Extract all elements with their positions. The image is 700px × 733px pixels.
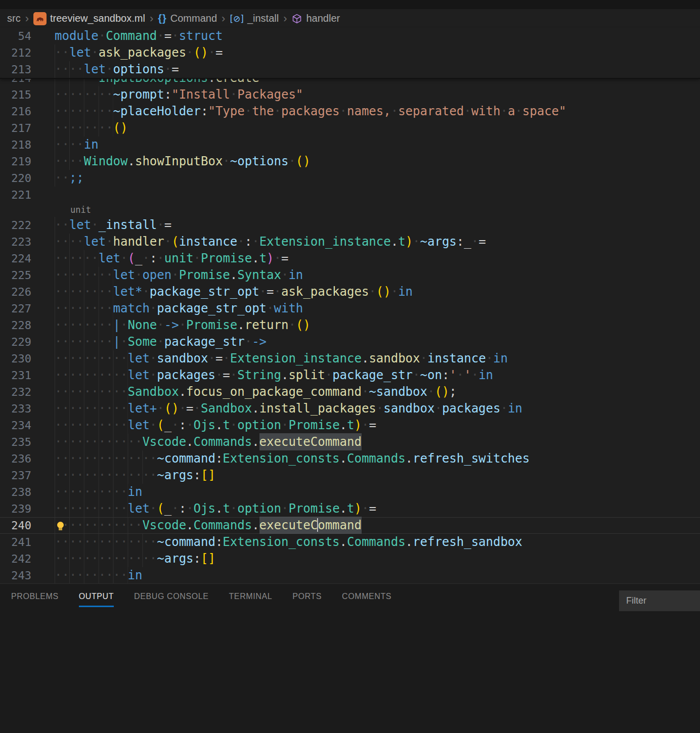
panel-tab-output[interactable]: OUTPUT xyxy=(79,592,114,607)
token: Vscode xyxy=(142,435,186,449)
code-line-243[interactable]: 243··········in xyxy=(0,567,700,583)
code-line-229[interactable]: 229········|·Some·package_str·-> xyxy=(0,334,700,350)
chevron-right-icon: › xyxy=(283,13,287,24)
code-line-238[interactable]: 238··········in xyxy=(0,484,700,500)
panel-tab-comments[interactable]: COMMENTS xyxy=(342,592,391,606)
line-number: 218 xyxy=(0,136,31,153)
token: executeCommand xyxy=(259,433,362,450)
token: option· xyxy=(237,418,288,432)
token: ·= xyxy=(362,501,376,516)
token: ->· xyxy=(164,318,186,332)
bottom-panel: PROBLEMSOUTPUTDEBUG CONSOLETERMINALPORTS… xyxy=(0,583,700,733)
code-line-228[interactable]: 228········|·None·->·Promise.return·() xyxy=(0,317,700,334)
breadcrumb-item--install[interactable]: [⊘]_install xyxy=(230,13,279,24)
token: let· xyxy=(84,62,113,76)
token: :_·= xyxy=(457,235,486,249)
cube-symbol-icon xyxy=(291,13,302,24)
code-line-220[interactable]: 220··;; xyxy=(0,170,700,187)
indent-guides: ······ xyxy=(55,250,99,267)
code-line-232[interactable]: 232··········Sandbox.focus_on_package_co… xyxy=(0,384,700,400)
line-content: ······let·(_·:·unit·Promise.t)·= xyxy=(55,250,288,267)
line-number: 223 xyxy=(0,234,31,250)
line-number: 219 xyxy=(0,153,31,170)
token: unit· xyxy=(164,251,201,265)
code-line-221[interactable]: 221 xyxy=(0,187,700,203)
token: . xyxy=(391,235,398,249)
code-line-236[interactable]: 236··············~command:Extension_cons… xyxy=(0,450,700,467)
token: : xyxy=(201,104,208,118)
code-line-230[interactable]: 230··········let·sandbox·=·Extension_ins… xyxy=(0,350,700,367)
panel-tab-problems[interactable]: PROBLEMS xyxy=(11,592,59,606)
code-line-212[interactable]: 212··let·ask_packages·()·= xyxy=(0,44,700,61)
line-content: ··········let·(_·:·Ojs.t·option·Promise.… xyxy=(55,417,376,434)
token: in xyxy=(493,351,508,365)
token: return· xyxy=(245,318,296,332)
indent-guides: ·············· xyxy=(55,551,157,567)
token: let· xyxy=(128,501,157,516)
code-line-216[interactable]: 216········~placeHolder:"Type·the·packag… xyxy=(0,103,700,120)
code-line-214[interactable]: 214······InputBoxOptions.create xyxy=(0,79,700,86)
sticky-scroll[interactable]: 54module·Command·=·struct212··let·ask_pa… xyxy=(0,28,700,79)
indent-guides: ······ xyxy=(55,79,99,86)
line-content: ············Vscode.Commands.executeComma… xyxy=(55,434,362,450)
lightbulb-icon[interactable] xyxy=(57,522,64,528)
token: ( xyxy=(128,251,135,265)
tabbar-edge xyxy=(0,0,700,9)
code-area[interactable]: 214······InputBoxOptions.create215······… xyxy=(0,79,700,583)
code-line-226[interactable]: 226········let*·package_str_opt·=·ask_pa… xyxy=(0,284,700,300)
breadcrumb-item-src[interactable]: src xyxy=(7,13,21,24)
indent-guides: ·············· xyxy=(55,450,157,467)
token: : xyxy=(442,368,449,382)
token: ·=· xyxy=(215,368,237,382)
token: Ojs xyxy=(194,418,215,432)
indent-guides: ·········· xyxy=(55,484,128,500)
token: . xyxy=(252,435,259,449)
code-line-215[interactable]: 215········~prompt:"Install·Packages" xyxy=(0,86,700,103)
indent-guides: ············ xyxy=(55,518,142,533)
code-line-54[interactable]: 54module·Command·=·struct xyxy=(0,28,700,44)
code-line-223[interactable]: 223····let·handler·(instance·:·Extension… xyxy=(0,234,700,250)
code-line-213[interactable]: 213····let·options·= xyxy=(0,61,700,78)
panel-tab-debug-console[interactable]: DEBUG CONSOLE xyxy=(134,592,208,606)
code-line-235[interactable]: 235············Vscode.Commands.executeCo… xyxy=(0,434,700,450)
line-content: ····let·handler·(instance·:·Extension_in… xyxy=(55,234,486,250)
token: String xyxy=(237,368,281,382)
editor[interactable]: 214······InputBoxOptions.create215······… xyxy=(0,79,700,583)
filter-input[interactable] xyxy=(619,590,700,611)
breadcrumb-item-treeview-sandbox-ml[interactable]: treeview_sandbox.ml xyxy=(33,12,145,25)
code-line-237[interactable]: 237··············~args:[] xyxy=(0,467,700,484)
code-line-219[interactable]: 219····Window.showInputBox·~options·() xyxy=(0,153,700,170)
code-line-233[interactable]: 233··········let+·()·=·Sandbox.install_p… xyxy=(0,400,700,417)
token: let· xyxy=(128,418,157,432)
code-line-227[interactable]: 227········match·package_str_opt·with xyxy=(0,300,700,317)
line-content: ··············~args:[] xyxy=(55,551,215,567)
code-line-239[interactable]: 239··········let·(_·:·Ojs.t·option·Promi… xyxy=(0,500,700,517)
token: () xyxy=(164,401,179,416)
token: let· xyxy=(128,368,157,382)
token: . xyxy=(128,154,135,168)
indent-guides: ·············· xyxy=(55,467,157,484)
breadcrumb-item-handler[interactable]: handler xyxy=(291,13,340,24)
code-line-242[interactable]: 242··············~args:[] xyxy=(0,551,700,567)
breadcrumb-item-command[interactable]: {}Command xyxy=(158,13,217,24)
code-line-224[interactable]: 224······let·(_·:·unit·Promise.t)·= xyxy=(0,250,700,267)
code-line-222[interactable]: 222··let·_install·= xyxy=(0,217,700,234)
code-line-217[interactable]: 217········() xyxy=(0,120,700,136)
line-number: 237 xyxy=(0,467,31,484)
code-line-218[interactable]: 218····in xyxy=(0,136,700,153)
code-line-231[interactable]: 231··········let·packages·=·String.split… xyxy=(0,367,700,384)
line-number: 242 xyxy=(0,551,31,567)
token: refresh_sandbox xyxy=(413,535,522,549)
code-line-234[interactable]: 234··········let·(_·:·Ojs.t·option·Promi… xyxy=(0,417,700,434)
code-line-225[interactable]: 225········let·open·Promise.Syntax·in xyxy=(0,267,700,284)
indent-guides: ·········· xyxy=(55,567,128,583)
panel-tab-ports[interactable]: PORTS xyxy=(292,592,322,606)
line-number: 229 xyxy=(0,334,31,350)
code-line-240[interactable]: 240············Vscode.Commands.executeCo… xyxy=(0,517,700,534)
line-number: 228 xyxy=(0,317,31,334)
line-content: ··········let·packages·=·String.split·pa… xyxy=(55,367,493,384)
panel-tab-terminal[interactable]: TERMINAL xyxy=(229,592,272,606)
line-number: 224 xyxy=(0,250,31,267)
token: instance xyxy=(179,235,238,249)
code-line-241[interactable]: 241··············~command:Extension_cons… xyxy=(0,534,700,551)
